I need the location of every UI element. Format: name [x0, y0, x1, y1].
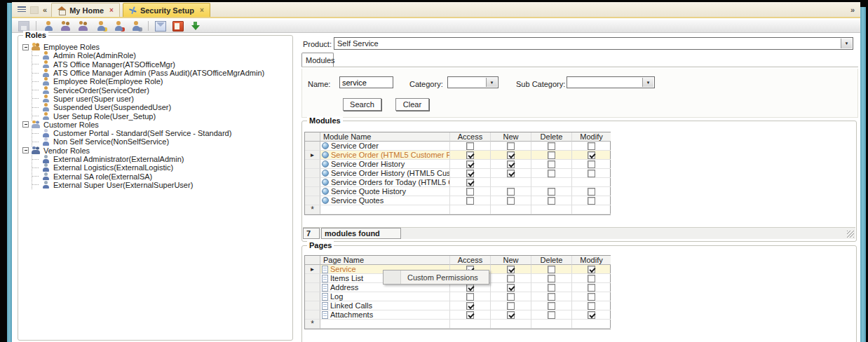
access-checkbox[interactable] — [466, 170, 474, 177]
column-header-modify[interactable]: Modify — [572, 256, 611, 265]
delete-checkbox[interactable] — [548, 142, 555, 150]
modify-checkbox[interactable] — [588, 275, 595, 282]
tab-my-home[interactable]: My Home × — [51, 3, 120, 17]
tree-group-row[interactable]: Customer Roles — [22, 121, 290, 129]
tree-item[interactable]: ATS Office Manager(ATSOfficeMgr) — [32, 60, 290, 69]
module-row[interactable]: Service Order History (HTML5 Customer Po… — [305, 169, 610, 178]
new-checkbox[interactable] — [507, 170, 515, 177]
row-selector-cell[interactable] — [305, 160, 320, 169]
access-checkbox[interactable] — [466, 142, 474, 150]
mail-icon[interactable] — [155, 21, 166, 32]
new-checkbox[interactable] — [507, 188, 515, 196]
row-selector-cell[interactable] — [305, 178, 320, 187]
column-header-delete[interactable]: Delete — [531, 256, 572, 265]
row-selector-cell[interactable] — [305, 292, 320, 301]
delete-checkbox[interactable] — [548, 197, 555, 205]
module-name-cell[interactable]: Service Order History — [320, 160, 450, 169]
row-selector-cell[interactable] — [305, 274, 320, 283]
delete-checkbox[interactable] — [548, 151, 555, 159]
module-name-cell[interactable]: Service Order — [320, 142, 450, 151]
tree-item[interactable]: Suspended User(SuspendedUser) — [32, 103, 290, 111]
column-header-access[interactable]: Access — [450, 132, 491, 142]
import-icon[interactable] — [190, 21, 201, 32]
search-button[interactable]: Search — [343, 98, 381, 111]
new-checkbox[interactable] — [507, 302, 515, 310]
module-row[interactable]: Service Order History — [305, 160, 610, 169]
column-header-access[interactable]: Access — [450, 256, 491, 265]
add-user-to-role-icon[interactable] — [95, 21, 107, 32]
modify-checkbox[interactable] — [588, 151, 595, 159]
category-dropdown[interactable]: ▼ — [447, 76, 499, 88]
access-checkbox[interactable] — [466, 151, 474, 159]
tab-security-setup[interactable]: Security Setup × — [123, 3, 210, 17]
tree-item[interactable]: Super user(Super user) — [32, 95, 290, 103]
module-name-cell[interactable]: Service Order History (HTML5 Customer Po… — [320, 169, 450, 178]
modify-checkbox[interactable] — [588, 284, 595, 292]
tree-group-row[interactable]: Employee Roles — [22, 43, 290, 51]
dropdown-arrow-icon[interactable]: ▼ — [642, 78, 653, 87]
column-header-page-name[interactable]: Page Name — [320, 256, 450, 265]
page-row[interactable]: Log — [305, 292, 610, 301]
tab-modules[interactable]: Modules — [301, 53, 334, 67]
tree-item[interactable]: ServiceOrder(ServiceOrder) — [32, 86, 290, 94]
modify-checkbox[interactable] — [588, 266, 595, 273]
row-selector-cell[interactable] — [305, 187, 320, 196]
new-row[interactable]: * — [305, 320, 610, 329]
name-input[interactable] — [339, 76, 393, 88]
module-row[interactable]: Service Order — [305, 142, 610, 151]
column-header-modify[interactable]: Modify — [572, 132, 611, 142]
remove-role-icon[interactable] — [113, 21, 124, 32]
modify-checkbox[interactable] — [588, 188, 595, 196]
modify-checkbox[interactable] — [588, 197, 595, 205]
access-checkbox[interactable] — [466, 293, 474, 301]
tree-item[interactable]: External SA role(ExternalSA) — [32, 172, 290, 180]
role-permissions-icon[interactable] — [130, 21, 142, 32]
tree-group-row[interactable]: Vendor Roles — [22, 146, 290, 155]
resize-grip[interactable] — [847, 231, 854, 238]
tree-item[interactable]: ATS Office Manager Admin (Pass Audit)(AT… — [32, 69, 290, 77]
access-checkbox[interactable] — [466, 197, 474, 205]
row-selector-cell[interactable] — [305, 301, 320, 310]
module-row[interactable]: ►Service Order (HTML5 Customer Portal) — [305, 151, 610, 160]
new-checkbox[interactable] — [507, 311, 515, 319]
row-selector-cell[interactable] — [305, 142, 320, 151]
module-row[interactable]: Service Orders for Today (HTML5 Customer… — [305, 178, 610, 187]
new-checkbox[interactable] — [507, 284, 515, 292]
access-checkbox[interactable] — [466, 179, 474, 186]
tree-expander-icon[interactable] — [22, 44, 29, 50]
row-selector-cell[interactable] — [305, 310, 320, 320]
delete-checkbox[interactable] — [548, 284, 555, 292]
column-header-new[interactable]: New — [491, 132, 531, 142]
tree-expander-icon[interactable] — [22, 147, 29, 153]
tab-overflow-chevron-icon[interactable]: » — [850, 6, 855, 14]
page-name-cell[interactable]: Attachments — [320, 310, 450, 320]
copy-role-icon[interactable] — [60, 21, 72, 32]
delete-checkbox[interactable] — [548, 302, 555, 310]
row-selector-cell[interactable]: ► — [305, 265, 320, 274]
access-checkbox[interactable] — [466, 302, 474, 310]
row-selector-cell[interactable] — [305, 283, 320, 292]
tree-item[interactable]: Admin Role(AdminRole) — [32, 51, 290, 60]
tree-item[interactable]: External Super User(ExternalSuperUser) — [32, 181, 290, 189]
page-name-cell[interactable]: Linked Calls — [320, 301, 450, 310]
column-header-delete[interactable]: Delete — [531, 132, 572, 142]
page-row[interactable]: Linked Calls — [305, 301, 610, 310]
tab-list-icon[interactable] — [18, 6, 26, 13]
tree-item[interactable]: External Administrator(ExternalAdmin) — [32, 155, 290, 163]
delete-checkbox[interactable] — [548, 311, 555, 319]
collapse-tabs-chevron-icon[interactable]: « — [43, 6, 47, 14]
product-dropdown[interactable]: Self Service ▼ — [334, 37, 853, 50]
modify-checkbox[interactable] — [588, 170, 595, 177]
new-row[interactable]: * — [305, 205, 610, 214]
close-tab-icon[interactable]: × — [109, 6, 114, 14]
clear-button[interactable]: Clear — [395, 98, 429, 111]
dropdown-arrow-icon[interactable]: ▼ — [486, 78, 497, 87]
page-name-cell[interactable]: Log — [320, 292, 450, 301]
new-checkbox[interactable] — [507, 266, 515, 273]
new-checkbox[interactable] — [507, 293, 515, 301]
tree-expander-icon[interactable] — [22, 121, 29, 128]
delete-checkbox[interactable] — [548, 266, 555, 273]
tree-item[interactable]: External Logistics(ExternalLogistic) — [32, 163, 290, 172]
module-name-cell[interactable]: Service Quotes — [320, 196, 450, 205]
module-name-cell[interactable]: Service Order (HTML5 Customer Portal) — [320, 151, 450, 160]
